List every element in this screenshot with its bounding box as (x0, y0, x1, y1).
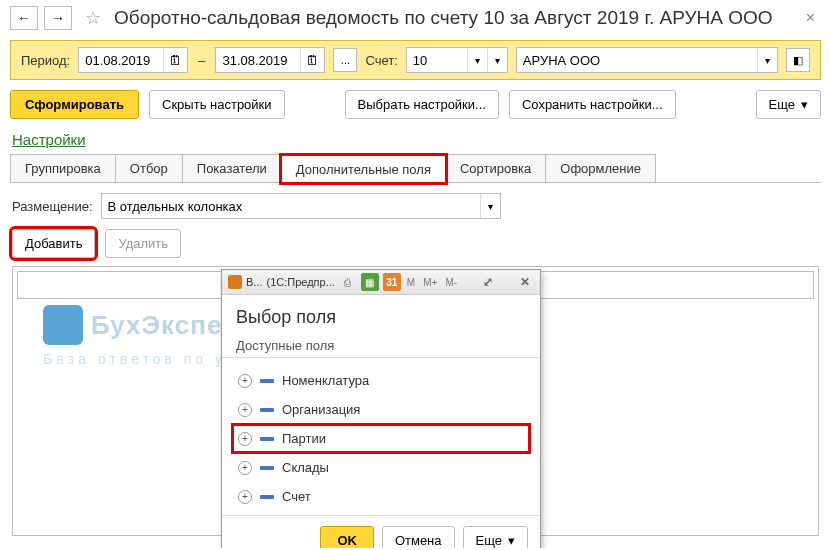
expand-icon[interactable]: + (238, 374, 252, 388)
field-label: Счет (282, 489, 311, 504)
tab-extra-fields[interactable]: Дополнительные поля (281, 155, 446, 183)
field-item-organization[interactable]: + Организация (232, 395, 530, 424)
memory-mminus-button[interactable]: M- (443, 277, 459, 288)
field-item-account[interactable]: + Счет (232, 482, 530, 511)
modal-app-name: (1С:Предпр... (267, 276, 335, 288)
expand-icon[interactable]: + (238, 490, 252, 504)
save-settings-button[interactable]: Сохранить настройки... (509, 90, 676, 119)
tab-indicators[interactable]: Показатели (182, 154, 282, 182)
close-icon[interactable]: × (800, 9, 821, 27)
tab-filter[interactable]: Отбор (115, 154, 183, 182)
app-1c-icon (228, 275, 242, 289)
form-button[interactable]: Сформировать (10, 90, 139, 119)
memory-m-button[interactable]: M (405, 277, 417, 288)
field-type-icon (260, 437, 274, 441)
field-label: Организация (282, 402, 360, 417)
modal-cancel-button[interactable]: Отмена (382, 526, 455, 548)
calendar-to-icon[interactable]: 🗓 (300, 48, 324, 72)
modal-available-label: Доступные поля (222, 338, 540, 358)
filter-bar: Период: 🗓 – 🗓 ... Счет: ▾ ▾ ▾ ◧ (10, 40, 821, 80)
date-to-input[interactable] (216, 49, 300, 72)
tab-grouping[interactable]: Группировка (10, 154, 116, 182)
period-label: Период: (21, 53, 70, 68)
field-type-icon (260, 495, 274, 499)
memory-mplus-button[interactable]: M+ (421, 277, 439, 288)
favorite-star-icon[interactable]: ☆ (82, 7, 104, 29)
field-label: Партии (282, 431, 326, 446)
org-popup-button[interactable]: ◧ (786, 48, 810, 72)
modal-close-icon[interactable]: ✕ (516, 275, 534, 289)
calendar-day-icon[interactable]: 31 (383, 273, 401, 291)
modal-ok-button[interactable]: OK (320, 526, 374, 548)
placement-dropdown-icon[interactable]: ▾ (480, 194, 500, 218)
org-dropdown-icon[interactable]: ▾ (757, 48, 777, 72)
modal-window-title: В... (246, 276, 263, 288)
placement-select[interactable] (102, 194, 480, 218)
account-input[interactable] (407, 49, 467, 72)
expand-icon[interactable]: + (238, 403, 252, 417)
field-type-icon (260, 408, 274, 412)
field-type-icon (260, 466, 274, 470)
account-dropdown-icon[interactable]: ▾ (467, 48, 487, 72)
hide-settings-button[interactable]: Скрыть настройки (149, 90, 285, 119)
calendar-from-icon[interactable]: 🗓 (163, 48, 187, 72)
field-item-batches[interactable]: + Партии (232, 424, 530, 453)
date-from-input[interactable] (79, 49, 163, 72)
calc-table-icon[interactable]: ▦ (361, 273, 379, 291)
placement-label: Размещение: (12, 199, 93, 214)
field-item-warehouses[interactable]: + Склады (232, 453, 530, 482)
field-label: Склады (282, 460, 329, 475)
dash: – (196, 53, 207, 68)
account-lookup-icon[interactable]: ▾ (487, 48, 507, 72)
data-panel: БухЭксперт База ответов по учёту в 1С В.… (12, 266, 819, 536)
field-label: Номенклатура (282, 373, 369, 388)
modal-heading: Выбор поля (222, 295, 540, 338)
expand-icon[interactable]: + (238, 461, 252, 475)
period-picker-button[interactable]: ... (333, 48, 357, 72)
chevron-down-icon: ▾ (801, 97, 808, 112)
add-button[interactable]: Добавить (12, 229, 95, 258)
print-icon[interactable]: ⎙ (339, 273, 357, 291)
account-label: Счет: (365, 53, 397, 68)
back-button[interactable]: ← (10, 6, 38, 30)
page-title: Оборотно-сальдовая ведомость по счету 10… (114, 7, 794, 29)
forward-button[interactable]: → (44, 6, 72, 30)
choose-settings-button[interactable]: Выбрать настройки... (345, 90, 499, 119)
chevron-down-icon: ▾ (508, 533, 515, 548)
delete-button[interactable]: Удалить (105, 229, 181, 258)
field-item-nomenclature[interactable]: + Номенклатура (232, 366, 530, 395)
settings-heading: Настройки (0, 129, 831, 154)
resize-icon[interactable]: ⤢ (479, 275, 497, 289)
tab-design[interactable]: Оформление (545, 154, 656, 182)
organization-input[interactable] (517, 49, 757, 72)
field-selection-modal: В... (1С:Предпр... ⎙ ▦ 31 M M+ M- ⤢ ✕ Вы… (221, 269, 541, 548)
more-button[interactable]: Еще▾ (756, 90, 821, 119)
field-type-icon (260, 379, 274, 383)
expand-icon[interactable]: + (238, 432, 252, 446)
modal-more-button[interactable]: Еще ▾ (463, 526, 528, 548)
tab-sorting[interactable]: Сортировка (445, 154, 546, 182)
